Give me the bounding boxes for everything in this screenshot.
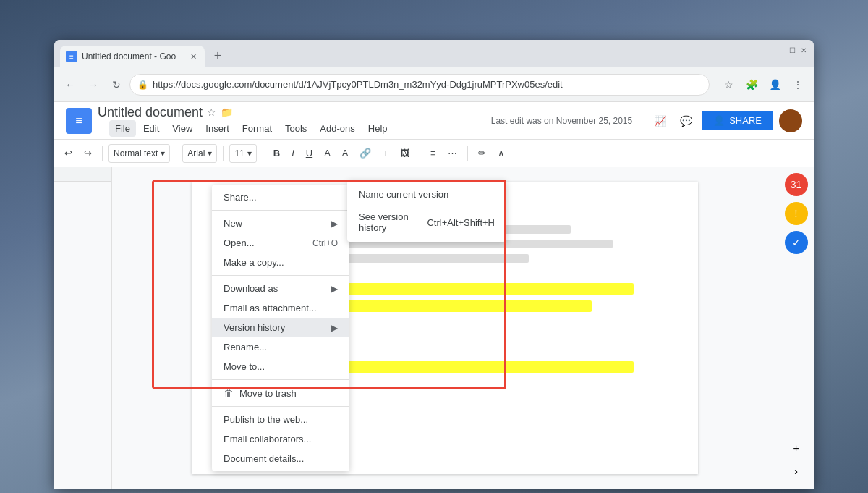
menu-item-download[interactable]: Download as ▶ — [212, 279, 349, 298]
url-text: https://docs.google.com/document/d/1AJVj… — [153, 79, 702, 90]
menu-item-move-to[interactable]: Move to... — [212, 357, 349, 376]
toolbar-divider-6 — [467, 146, 468, 161]
image-button[interactable]: 🖼 — [396, 144, 414, 163]
name-current-label: Name current version — [359, 189, 448, 200]
star-button[interactable]: ☆ — [207, 106, 216, 118]
docs-title-row: Untitled document ☆ 📁 — [98, 105, 393, 120]
close-button[interactable]: ✕ — [799, 46, 808, 54]
file-dropdown-menu: Share... New ▶ Open... Ctrl+O Make a cop… — [212, 185, 349, 471]
extensions-button[interactable]: 🧩 — [741, 75, 762, 95]
folder-button[interactable]: 📁 — [221, 106, 233, 118]
open-menu-shortcut: Ctrl+O — [312, 238, 338, 248]
profile-button[interactable]: 👤 — [765, 75, 785, 95]
insert-button[interactable]: + — [378, 144, 393, 163]
menu-item-share[interactable]: Share... — [212, 187, 349, 207]
download-label: Download as — [224, 283, 278, 294]
share-button[interactable]: 👤 SHARE — [702, 111, 773, 130]
email-collaborators-label: Email collaborators... — [224, 434, 311, 444]
menu-item-email-attachment[interactable]: Email as attachment... — [212, 298, 349, 318]
tab-favicon: ≡ — [66, 51, 77, 62]
new-menu-arrow: ▶ — [331, 219, 338, 229]
menu-item-version-history[interactable]: Version history ▶ — [212, 318, 349, 337]
underline-button[interactable]: U — [302, 144, 317, 163]
menu-item-open[interactable]: Open... Ctrl+O — [212, 233, 349, 253]
menu-insert[interactable]: Insert — [200, 120, 235, 137]
menu-view[interactable]: View — [166, 120, 198, 137]
refresh-button[interactable]: ↻ — [106, 75, 127, 95]
menu-divider-4 — [212, 406, 349, 407]
lock-icon: 🔒 — [137, 80, 148, 90]
docs-logo: ≡ — [66, 108, 92, 134]
address-bar: ← → ↻ 🔒 https://docs.google.com/document… — [54, 67, 814, 102]
version-history-arrow: ▶ — [331, 323, 338, 333]
toolbar-divider-2 — [176, 146, 176, 161]
tab-close-button[interactable]: ✕ — [187, 51, 199, 62]
undo-button[interactable]: ↩ — [60, 144, 77, 163]
toolbar-divider-4 — [263, 146, 263, 161]
share-menu-label: Share... — [224, 192, 257, 203]
docs-area: ≡ Untitled document ☆ 📁 File Edit View I… — [54, 102, 814, 489]
forward-button[interactable]: → — [83, 75, 103, 95]
link-button[interactable]: 🔗 — [355, 144, 375, 163]
browser-menu-button[interactable]: ⋮ — [788, 75, 808, 95]
toolbar-divider-3 — [223, 146, 224, 161]
new-tab-button[interactable]: + — [208, 46, 228, 66]
docs-title-area: Untitled document ☆ 📁 File Edit View Ins… — [98, 105, 393, 137]
docs-sidebar-left — [54, 167, 112, 489]
expand-sidebar-button[interactable]: › — [785, 460, 808, 483]
activity-button[interactable]: 📈 — [650, 111, 670, 131]
more-button[interactable]: ⋯ — [443, 144, 461, 163]
menu-help[interactable]: Help — [362, 120, 393, 137]
submenu-name-current[interactable]: Name current version — [347, 183, 506, 206]
minimize-button[interactable]: — — [776, 46, 785, 54]
user-avatar[interactable] — [779, 109, 802, 132]
docs-sidebar-right: 31 ! ✓ + › — [778, 167, 814, 489]
italic-button[interactable]: I — [287, 144, 299, 163]
docs-header-actions: 📈 💬 👤 SHARE — [650, 109, 802, 132]
menu-item-email-collaborators[interactable]: Email collaborators... — [212, 429, 349, 449]
menu-item-document-details[interactable]: Document details... — [212, 449, 349, 468]
tasks-button[interactable]: ! — [785, 202, 808, 225]
font-selector[interactable]: Arial ▾ — [182, 144, 217, 163]
expand-button[interactable]: ∧ — [493, 144, 509, 163]
style-selector-label: Normal text — [114, 148, 158, 159]
tab-title: Untitled document - Goo — [82, 51, 183, 62]
tab-bar: ≡ Untitled document - Goo ✕ + — ☐ ✕ — [54, 40, 814, 67]
menu-item-publish[interactable]: Publish to the web... — [212, 410, 349, 429]
url-bar[interactable]: 🔒 https://docs.google.com/document/d/1AJ… — [129, 74, 710, 96]
bookmark-button[interactable]: ☆ — [718, 75, 739, 95]
trash-icon: 🗑 — [224, 387, 234, 399]
redo-button[interactable]: ↪ — [80, 144, 96, 163]
style-selector[interactable]: Normal text ▾ — [109, 144, 170, 163]
menu-file[interactable]: File — [109, 120, 136, 137]
menu-item-make-copy[interactable]: Make a copy... — [212, 253, 349, 272]
comment-button[interactable]: 💬 — [676, 111, 696, 131]
move-to-label: Move to... — [224, 361, 265, 372]
menu-format[interactable]: Format — [237, 120, 278, 137]
maximize-button[interactable]: ☐ — [788, 46, 796, 54]
text-color-button[interactable]: A — [320, 144, 335, 163]
add-sidebar-button[interactable]: + — [785, 437, 808, 460]
menu-addons[interactable]: Add-ons — [314, 120, 360, 137]
share-icon: 👤 — [713, 115, 725, 126]
size-selector-label: 11 — [234, 148, 244, 159]
menu-divider-2 — [212, 275, 349, 276]
highlight-button[interactable]: A — [338, 144, 353, 163]
bold-button[interactable]: B — [269, 144, 284, 163]
size-selector[interactable]: 11 ▾ — [229, 144, 256, 163]
calendar-button[interactable]: 31 — [785, 173, 808, 196]
submenu-see-history[interactable]: See version history Ctrl+Alt+Shift+H — [347, 206, 506, 239]
make-copy-label: Make a copy... — [224, 257, 284, 268]
pen-button[interactable]: ✏ — [474, 144, 490, 163]
menu-item-rename[interactable]: Rename... — [212, 337, 349, 357]
active-tab[interactable]: ≡ Untitled document - Goo ✕ — [60, 46, 205, 67]
menu-item-trash[interactable]: 🗑 Move to trash — [212, 383, 349, 403]
menu-edit[interactable]: Edit — [137, 120, 165, 137]
ruler — [54, 167, 111, 182]
menu-item-new[interactable]: New ▶ — [212, 214, 349, 233]
document-details-label: Document details... — [224, 453, 304, 464]
back-button[interactable]: ← — [60, 75, 80, 95]
keep-button[interactable]: ✓ — [785, 231, 808, 254]
align-button[interactable]: ≡ — [426, 144, 441, 163]
menu-tools[interactable]: Tools — [279, 120, 312, 137]
